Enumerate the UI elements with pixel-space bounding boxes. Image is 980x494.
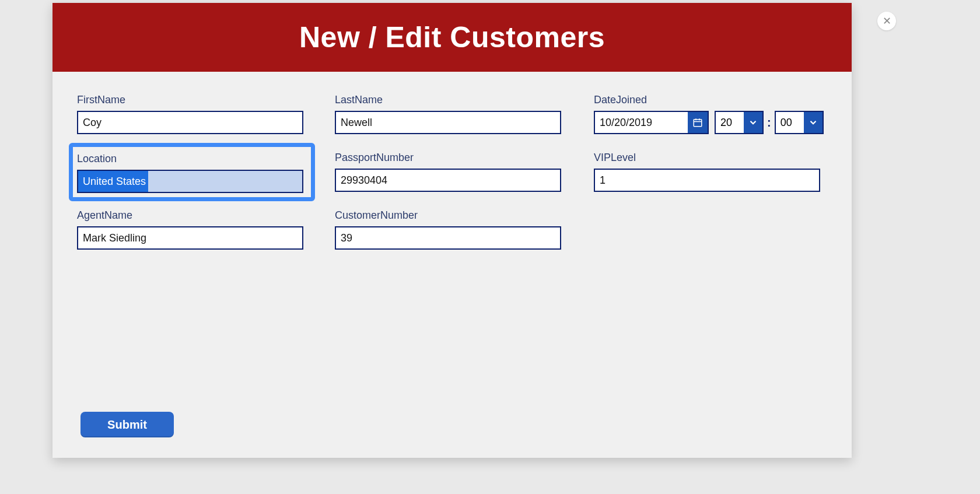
input-firstname[interactable]	[77, 111, 303, 134]
minute-value: 00	[776, 112, 804, 133]
modal-header: New / Edit Customers	[52, 3, 852, 72]
field-viplevel: VIPLevel	[594, 152, 820, 192]
input-customernumber[interactable]	[335, 226, 561, 250]
datejoined-group: 10/20/2019 20 : 00	[594, 111, 824, 134]
input-agentname[interactable]	[77, 226, 303, 250]
calendar-icon[interactable]	[688, 112, 708, 133]
field-agentname: AgentName	[77, 209, 303, 250]
modal-title: New / Edit Customers	[299, 20, 605, 54]
label-viplevel: VIPLevel	[594, 152, 820, 164]
label-passportnumber: PassportNumber	[335, 152, 561, 164]
datepicker-value: 10/20/2019	[595, 112, 688, 133]
label-location: Location	[77, 153, 303, 165]
field-customernumber: CustomerNumber	[335, 209, 561, 250]
label-lastname: LastName	[335, 94, 561, 106]
close-button[interactable]: ✕	[877, 12, 896, 30]
field-location: Location United States	[77, 153, 303, 193]
input-passportnumber[interactable]	[335, 169, 561, 192]
datepicker[interactable]: 10/20/2019	[594, 111, 709, 134]
field-datejoined: DateJoined 10/20/2019 20 : 00	[594, 94, 824, 134]
modal-dialog: New / Edit Customers FirstName LastName …	[52, 3, 852, 458]
chevron-down-icon[interactable]	[804, 112, 822, 133]
label-agentname: AgentName	[77, 209, 303, 222]
hour-select[interactable]: 20	[715, 111, 764, 134]
time-separator: :	[767, 116, 771, 129]
input-viplevel[interactable]	[594, 169, 820, 192]
field-passportnumber: PassportNumber	[335, 152, 561, 192]
input-lastname[interactable]	[335, 111, 561, 134]
field-lastname: LastName	[335, 94, 561, 134]
form-body: FirstName LastName DateJoined 10/20/2019…	[52, 72, 852, 458]
submit-button[interactable]: Submit	[80, 412, 174, 437]
hour-value: 20	[716, 112, 744, 133]
input-location[interactable]: United States	[77, 170, 303, 193]
label-datejoined: DateJoined	[594, 94, 824, 106]
label-customernumber: CustomerNumber	[335, 209, 561, 222]
minute-select[interactable]: 00	[775, 111, 824, 134]
label-firstname: FirstName	[77, 94, 303, 106]
field-firstname: FirstName	[77, 94, 303, 134]
input-location-selection: United States	[78, 171, 148, 192]
svg-rect-0	[694, 120, 702, 127]
chevron-down-icon[interactable]	[744, 112, 762, 133]
